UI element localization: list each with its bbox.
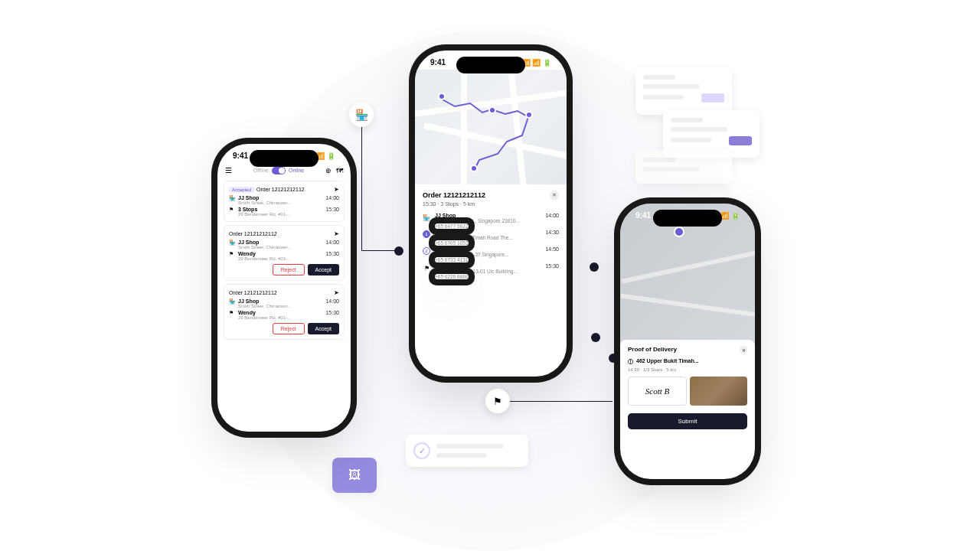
order-card[interactable]: Order 12121212112➤🏪JJ ShopSmith Street, … [224,284,345,340]
online-toggle[interactable] [272,167,286,174]
skeleton-card [635,67,732,115]
status-time: 9:41 [430,58,446,67]
pickup-time: 14:00 [325,240,339,245]
connection-line [361,250,398,251]
store-icon: 🏪 [229,298,235,305]
order-number: Order 12121212112 [256,187,305,192]
accept-button[interactable]: Accept [308,264,339,276]
stop-phone: +65 6220 8686 [435,274,469,279]
check-icon: ✓ [413,442,430,459]
phone-notch [250,150,318,167]
connection-node [609,354,618,363]
offline-label: Offline [253,168,269,173]
connection-line [505,401,612,402]
route-line [415,70,567,184]
stop-time: 14:00 [545,213,559,223]
order-number: Order 12121212112 [229,290,277,295]
check-card: ✓ [406,435,528,467]
close-button[interactable]: ✕ [740,346,747,354]
order-number: Order 12121212112 [229,231,277,236]
drop-time: 15:30 [325,207,339,212]
stop-address: 462 Upper Bukit Timah Road The... [435,235,541,240]
status-time: 9:41 [233,152,248,160]
pickup-address: Smith Street, Chinatown... [238,201,322,205]
phone-notch [653,210,722,227]
phone-route-detail: 9:41 📶 📶 🔋 Order 12121212112 ✕ 15:30 · 3… [415,51,567,377]
flag-icon: ⚑ [485,389,510,413]
store-icon: 🏪 [229,195,235,201]
stop-address: 5 Shenton Way #13-01 Uic Building... [435,269,541,274]
pod-address: 462 Upper Bukit Timah... [636,358,699,366]
store-icon: 🏪 [423,214,430,221]
status-time: 9:41 [635,211,651,220]
stop-name: Chu Lin Min [435,263,541,269]
route-map[interactable] [415,70,567,184]
close-button[interactable]: ✕ [550,191,559,200]
store-icon: 🏪 [229,240,235,246]
submit-button[interactable]: Submit [628,413,747,429]
navigate-icon[interactable]: ➤ [334,186,339,193]
map-pin [470,165,478,172]
stop-number: 1 [423,230,430,238]
flag-icon: ⚑ [229,310,235,316]
pod-title: Proof of Delivery [628,346,677,354]
map-pin [525,111,533,119]
signature-box[interactable]: Scott B [628,377,687,406]
stop-number: 2 [423,247,430,255]
delivery-photo[interactable] [690,377,747,406]
drop-address: 29 Bendemeer Rd, #01-... [238,256,322,261]
stop-address: 8 Jalan Kukoh 01-37 Singapore... [435,252,541,257]
pod-meta: 14:30 · 1/3 Stops · 5 km [628,367,747,372]
stop-name: Li Yi Ming [435,230,541,235]
image-tile: 🖼 [332,458,377,493]
add-icon[interactable]: ⊕ [325,167,332,174]
pickup-name: JJ Shop [238,298,322,304]
route-stop[interactable]: 🏪JJ Shop111 Somerset Rd., Singapore 2381… [423,213,559,223]
reject-button[interactable]: Reject [273,323,305,334]
stop-time: 14:30 [545,230,559,240]
drop-address: 29 Bendemeer Rd, #01-... [238,212,322,217]
stop-address: 111 Somerset Rd., Singapore 23816... [435,218,541,223]
phone-orders-list: 9:41 📶 📶 🔋 ☰ Offline Online ⊕ 🗺 Accepted… [217,144,351,432]
accept-button[interactable]: Accept [308,323,339,334]
order-card[interactable]: Order 12121212112➤🏪JJ ShopSmith Street, … [224,225,345,281]
stop-phone: +65 6733 4131 [435,257,469,262]
flag-icon: ⚑ [423,264,430,272]
drop-name: 3 Stops [238,207,322,212]
order-card[interactable]: AcceptedOrder 12121212112➤🏪JJ ShopSmith … [224,181,345,222]
status-icons: 📶 📶 🔋 [522,58,551,67]
drop-time: 15:30 [325,310,339,315]
connection-node [590,262,599,272]
stop-time: 14:50 [545,246,559,257]
route-stop[interactable]: ⚑Chu Lin Min5 Shenton Way #13-01 Uic Bui… [423,263,559,274]
skeleton-card [635,150,732,184]
info-icon: ⓘ [628,358,633,366]
stop-phone: +65 6477 5622 [435,223,469,229]
order-meta: 15:30 · 3 Stops · 5 km [423,201,559,207]
navigate-icon[interactable]: ➤ [334,230,339,237]
route-stop[interactable]: 2Fong Zi Yi8 Jalan Kukoh 01-37 Singapore… [423,246,559,257]
store-icon: 🏪 [349,103,374,127]
reject-button[interactable]: Reject [273,264,305,276]
pickup-address: Smith Street, Chinatown... [238,245,322,249]
pickup-address: Smith Street, Chinatown... [238,304,322,308]
order-title: Order 12121212112 [423,191,485,199]
flag-icon: ⚑ [229,207,235,213]
connection-node [591,333,600,342]
stop-name: JJ Shop [435,213,541,218]
navigate-icon[interactable]: ➤ [334,289,339,296]
map-pin [438,93,446,100]
current-location-pin [674,227,684,237]
drop-name: Wendy [238,310,322,315]
map-icon[interactable]: 🗺 [336,167,343,174]
phone-proof-of-delivery: 9:41 📶 📶 🔋 Proof of Delivery ✕ ⓘ 462 Upp… [620,204,755,479]
pickup-time: 14:00 [325,298,339,304]
connection-line [361,126,362,251]
online-label: Online [289,168,304,173]
drop-name: Wendy [238,251,322,256]
stop-time: 15:30 [545,263,559,274]
phone-notch [456,57,525,73]
menu-icon[interactable]: ☰ [225,166,232,174]
drop-address: 29 Bendemeer Rd, #01-... [238,315,322,320]
route-stop[interactable]: 1Li Yi Ming462 Upper Bukit Timah Road Th… [423,230,559,240]
